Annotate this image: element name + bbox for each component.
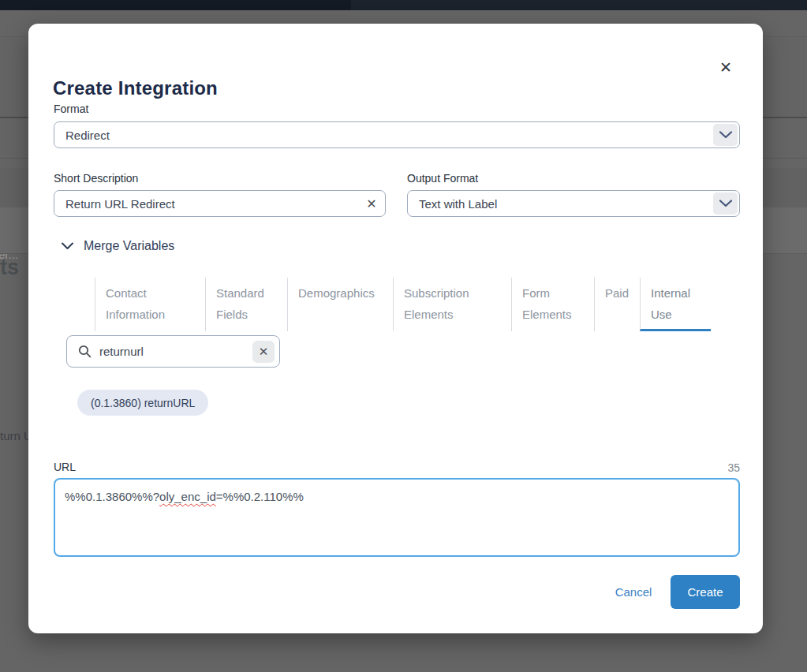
- chevron-down-icon[interactable]: [713, 192, 738, 215]
- url-label: URL: [54, 461, 76, 473]
- short-description-input[interactable]: Return URL Redirect ✕: [54, 190, 386, 217]
- tab-subscription-elements[interactable]: Subscription Elements: [393, 278, 511, 331]
- background-top-navbar-right: [351, 0, 807, 10]
- format-select-value: Redirect: [54, 129, 713, 142]
- create-button[interactable]: Create: [671, 575, 740, 609]
- cancel-button[interactable]: Cancel: [598, 585, 669, 601]
- url-value-misspelled: oly_enc_id: [159, 490, 216, 503]
- output-format-select-value: Text with Label: [408, 197, 713, 211]
- output-format-select[interactable]: Text with Label: [407, 190, 740, 217]
- background-row-text-fragment: turn U: [0, 429, 32, 442]
- merge-variables-title: Merge Variables: [84, 239, 174, 253]
- tab-internal-use[interactable]: Internal Use: [640, 278, 711, 331]
- chevron-down-icon[interactable]: [713, 124, 738, 146]
- url-textarea[interactable]: %%0.1.3860%%?oly_enc_id=%%0.2.110%%: [54, 478, 740, 557]
- tab-standard-fields[interactable]: Standard Fields: [205, 278, 287, 331]
- merge-variables-tab-bar: Contact Information Standard Fields Demo…: [95, 278, 711, 331]
- create-integration-modal: Create Integration ✕ Format Redirect Sho…: [28, 24, 763, 633]
- background-heading-fragment: ts: [0, 256, 19, 280]
- merge-variable-search-input[interactable]: returnurl ✕: [66, 335, 280, 368]
- modal-title: Create Integration: [53, 77, 218, 99]
- tab-contact-information[interactable]: Contact Information: [95, 278, 205, 331]
- clear-short-description-icon[interactable]: ✕: [361, 193, 382, 214]
- merge-variables-toggle[interactable]: Merge Variables: [62, 239, 174, 253]
- search-input-value: returnurl: [92, 345, 252, 358]
- background-top-navbar: [0, 0, 351, 10]
- short-description-value: Return URL Redirect: [54, 197, 361, 211]
- chevron-down-icon: [62, 242, 73, 250]
- close-icon[interactable]: ✕: [715, 57, 736, 77]
- tab-demographics[interactable]: Demographics: [287, 278, 393, 331]
- short-description-label: Short Description: [54, 172, 138, 185]
- clear-search-icon[interactable]: ✕: [252, 341, 275, 363]
- url-char-count: 35: [661, 461, 740, 474]
- url-value-suffix: =%%0.2.110%%: [216, 490, 304, 503]
- url-value-prefix: %%0.1.3860%%?: [65, 490, 159, 503]
- format-select[interactable]: Redirect: [54, 121, 740, 148]
- search-icon: [78, 345, 92, 358]
- output-format-label: Output Format: [407, 172, 478, 185]
- tab-paid[interactable]: Paid: [594, 278, 640, 331]
- tab-form-elements[interactable]: Form Elements: [511, 278, 594, 331]
- format-label: Format: [54, 103, 88, 115]
- merge-variable-result-pill[interactable]: (0.1.3860) returnURL: [77, 390, 208, 416]
